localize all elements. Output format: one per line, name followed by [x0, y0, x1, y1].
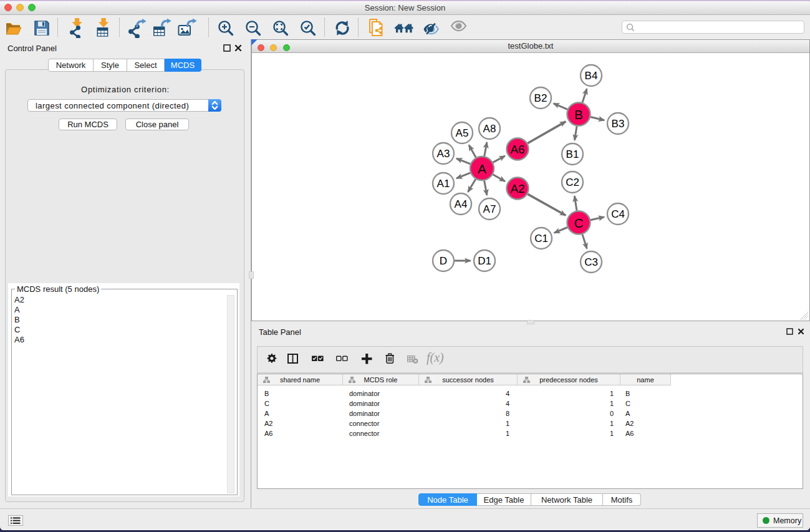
svg-text:C3: C3 [584, 256, 598, 268]
svg-text:A8: A8 [483, 123, 496, 135]
svg-text:B4: B4 [585, 70, 598, 82]
svg-text:B1: B1 [566, 148, 579, 160]
svg-text:A5: A5 [456, 127, 469, 139]
svg-text:C2: C2 [566, 177, 579, 188]
svg-text:C4: C4 [611, 208, 625, 220]
svg-text:A1: A1 [437, 178, 450, 190]
svg-text:B2: B2 [534, 92, 547, 104]
svg-text:D1: D1 [478, 255, 491, 267]
svg-text:A6: A6 [510, 143, 524, 156]
svg-text:C: C [574, 216, 583, 230]
svg-text:f(x): f(x) [427, 352, 444, 365]
svg-text:C1: C1 [534, 233, 548, 244]
svg-text:A3: A3 [437, 148, 450, 160]
svg-text:B: B [574, 107, 583, 122]
svg-text:A: A [478, 162, 486, 176]
svg-text:B3: B3 [612, 118, 625, 130]
svg-text:A2: A2 [510, 182, 524, 195]
svg-text:A4: A4 [455, 198, 468, 210]
svg-text:A7: A7 [483, 203, 496, 215]
svg-text:D: D [440, 255, 447, 267]
